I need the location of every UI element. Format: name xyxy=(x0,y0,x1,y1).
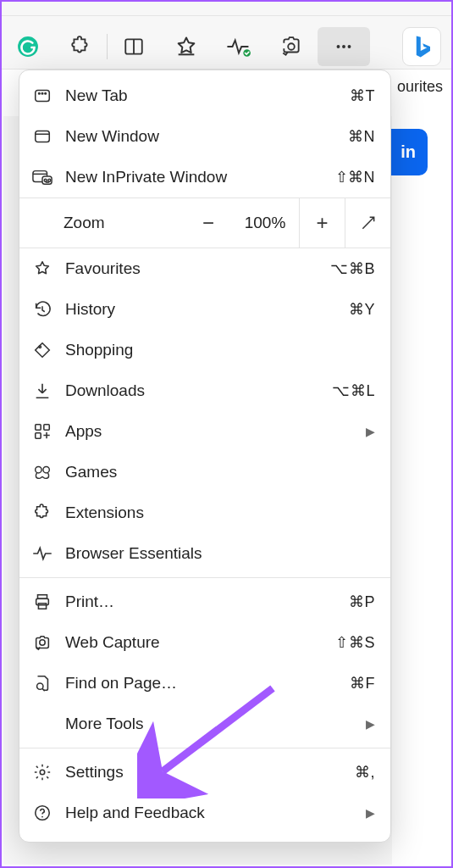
games-icon xyxy=(31,463,53,481)
help-icon xyxy=(31,804,53,822)
window-icon xyxy=(31,127,53,146)
new-tab-icon xyxy=(31,86,53,105)
menu-label: History xyxy=(65,300,337,319)
menu-shortcut: ⌘F xyxy=(350,674,375,693)
extensions-toolbar-icon[interactable] xyxy=(54,27,107,66)
menu-history[interactable]: History ⌘Y xyxy=(19,289,390,330)
pulse-icon xyxy=(31,544,53,563)
menu-zoom-row: Zoom − 100% + xyxy=(19,198,390,248)
favourites-toolbar-icon[interactable] xyxy=(160,27,213,66)
menu-label: New Window xyxy=(65,127,336,146)
apps-icon xyxy=(31,422,53,441)
menu-games[interactable]: Games xyxy=(19,452,390,492)
menu-settings[interactable]: Settings ⌘, xyxy=(19,752,390,793)
print-icon xyxy=(31,593,53,611)
menu-find-on-page[interactable]: Find on Page… ⌘F xyxy=(19,663,390,704)
star-icon xyxy=(31,259,53,278)
tag-icon xyxy=(31,341,53,359)
svg-point-20 xyxy=(39,346,41,348)
camera-icon xyxy=(31,633,53,652)
split-view-icon[interactable] xyxy=(108,27,160,66)
menu-label: New Tab xyxy=(65,86,338,105)
svg-point-11 xyxy=(41,92,43,94)
svg-point-5 xyxy=(288,43,295,50)
screenshot-toolbar-icon[interactable] xyxy=(265,27,318,66)
menu-shortcut: ⌥⌘L xyxy=(332,381,375,400)
menu-label: Downloads xyxy=(65,381,320,400)
menu-new-window[interactable]: New Window ⌘N xyxy=(19,116,390,157)
svg-rect-9 xyxy=(36,91,50,102)
svg-point-24 xyxy=(36,467,41,473)
svg-point-7 xyxy=(342,45,345,48)
menu-label: Games xyxy=(65,463,375,481)
fullscreen-button[interactable] xyxy=(345,198,390,248)
menu-label: Print… xyxy=(65,593,337,611)
zoom-in-button[interactable]: + xyxy=(299,198,345,248)
puzzle-icon xyxy=(31,504,53,522)
zoom-value: 100% xyxy=(231,198,299,248)
menu-shortcut: ⌘T xyxy=(350,86,375,105)
svg-rect-13 xyxy=(36,131,50,142)
menu-shopping[interactable]: Shopping xyxy=(19,330,390,370)
svg-point-30 xyxy=(37,683,43,689)
menu-shortcut: ⇧⌘S xyxy=(335,633,375,652)
menu-favourites[interactable]: Favourites ⌥⌘B xyxy=(19,248,390,289)
menu-extensions[interactable]: Extensions xyxy=(19,492,390,533)
inprivate-icon xyxy=(31,168,53,186)
menu-help-feedback[interactable]: Help and Feedback ▶ xyxy=(19,793,390,833)
menu-new-inprivate[interactable]: New InPrivate Window ⇧⌘N xyxy=(19,157,390,198)
bing-sidebar-button[interactable] xyxy=(402,27,441,66)
svg-rect-22 xyxy=(44,425,49,430)
menu-label: New InPrivate Window xyxy=(65,168,323,186)
menu-label: Apps xyxy=(65,422,354,441)
menu-label: More Tools xyxy=(65,715,354,733)
menu-shortcut: ⌘P xyxy=(349,593,375,611)
menu-downloads[interactable]: Downloads ⌥⌘L xyxy=(19,370,390,411)
svg-point-25 xyxy=(43,467,49,473)
download-icon xyxy=(31,381,53,400)
menu-label: Find on Page… xyxy=(65,674,338,693)
menu-print[interactable]: Print… ⌘P xyxy=(19,581,390,622)
more-menu: New Tab ⌘T New Window ⌘N New InPrivate W… xyxy=(19,70,391,843)
menu-shortcut: ⌘Y xyxy=(349,300,375,319)
menu-label: Browser Essentials xyxy=(65,544,375,563)
svg-point-29 xyxy=(40,640,45,645)
svg-rect-28 xyxy=(38,604,46,609)
svg-point-31 xyxy=(40,770,45,775)
menu-label: Shopping xyxy=(65,341,375,359)
find-icon xyxy=(31,674,53,693)
menu-label: Help and Feedback xyxy=(65,804,354,822)
svg-point-12 xyxy=(45,92,47,94)
menu-shortcut: ⌘, xyxy=(355,763,375,782)
menu-shortcut: ⇧⌘N xyxy=(335,168,376,186)
chevron-right-icon: ▶ xyxy=(366,425,375,438)
gear-icon xyxy=(31,763,53,782)
menu-shortcut: ⌥⌘B xyxy=(330,259,375,278)
chevron-right-icon: ▶ xyxy=(366,806,375,820)
menu-apps[interactable]: Apps ▶ xyxy=(19,411,390,452)
menu-more-tools[interactable]: More Tools ▶ xyxy=(19,704,390,744)
svg-point-8 xyxy=(348,45,351,48)
toolbar-icon-row xyxy=(2,27,451,66)
menu-web-capture[interactable]: Web Capture ⇧⌘S xyxy=(19,622,390,663)
menu-label: Extensions xyxy=(65,504,375,522)
svg-point-33 xyxy=(41,816,43,818)
favourites-bar-fragment: ourites xyxy=(397,78,443,96)
history-icon xyxy=(31,300,53,319)
menu-label: Settings xyxy=(65,763,343,782)
health-icon[interactable] xyxy=(213,27,265,66)
zoom-label: Zoom xyxy=(19,214,185,232)
svg-rect-23 xyxy=(36,433,41,438)
chevron-right-icon: ▶ xyxy=(366,717,375,731)
more-menu-button[interactable] xyxy=(318,27,370,66)
svg-rect-21 xyxy=(36,425,41,430)
sign-in-button-fragment[interactable]: in xyxy=(390,129,428,175)
grammarly-icon[interactable] xyxy=(2,27,54,66)
svg-point-6 xyxy=(337,45,340,48)
menu-shortcut: ⌘N xyxy=(348,127,375,146)
zoom-out-button[interactable]: − xyxy=(185,198,231,248)
svg-point-10 xyxy=(39,92,41,94)
menu-new-tab[interactable]: New Tab ⌘T xyxy=(19,75,390,116)
menu-browser-essentials[interactable]: Browser Essentials xyxy=(19,533,390,574)
menu-label: Favourites xyxy=(65,259,318,278)
